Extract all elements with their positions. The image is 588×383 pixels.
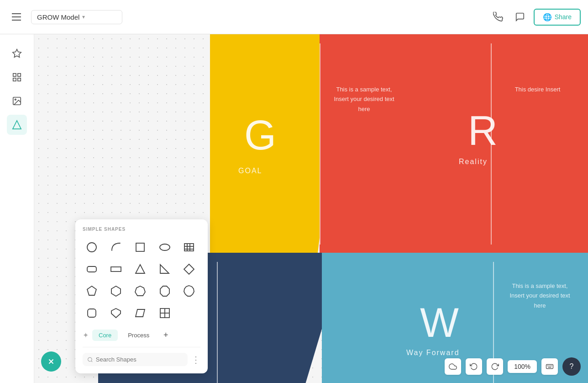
- shapes-search-area: ⋮: [83, 347, 200, 366]
- toolbar-grid[interactable]: [7, 67, 27, 87]
- svg-point-31: [88, 357, 92, 362]
- shape-arc[interactable]: [107, 238, 125, 256]
- help-button[interactable]: ?: [562, 357, 581, 376]
- share-button[interactable]: 🌐 Share: [534, 9, 581, 26]
- r-label: Reality: [459, 158, 488, 166]
- canvas[interactable]: G GOAL R Reality W Way Forward This is a…: [34, 34, 588, 383]
- svg-marker-27: [136, 309, 145, 317]
- svg-rect-4: [18, 78, 21, 81]
- share-label: Share: [555, 13, 572, 21]
- svg-marker-24: [184, 286, 194, 296]
- more-options-button[interactable]: ⋮: [191, 354, 200, 365]
- svg-marker-19: [184, 264, 194, 274]
- svg-marker-23: [160, 286, 169, 296]
- shape-shield[interactable]: [107, 304, 125, 322]
- svg-rect-35: [546, 365, 553, 369]
- search-input-wrap[interactable]: [83, 353, 188, 366]
- shape-pentagon[interactable]: [83, 282, 101, 300]
- sample-text-1[interactable]: This is a sample text, Insert your desir…: [331, 85, 397, 114]
- search-icon: [87, 356, 93, 363]
- shapes-grid: [83, 238, 200, 322]
- reality-quadrant: [320, 34, 588, 253]
- sample-text-4[interactable]: This is a sample text, Insert your desir…: [507, 281, 573, 310]
- zoom-level: 100%: [508, 360, 537, 373]
- sample-text-2[interactable]: This desire Insert: [504, 85, 571, 94]
- shape-square[interactable]: [131, 238, 149, 256]
- shapes-section-title: SIMPLE SHAPES: [83, 227, 200, 232]
- svg-point-7: [87, 243, 96, 252]
- svg-rect-16: [111, 267, 121, 271]
- r-letter: R: [468, 107, 498, 154]
- tab-add-button[interactable]: +: [159, 329, 172, 341]
- title-dropdown-icon: ▾: [82, 14, 85, 20]
- sparkle-icon: ✦: [83, 331, 89, 340]
- svg-line-32: [91, 361, 92, 362]
- menu-button[interactable]: [7, 8, 26, 26]
- shape-heptagon[interactable]: [131, 282, 149, 300]
- search-input[interactable]: [96, 356, 183, 363]
- w-letter: W: [420, 299, 459, 346]
- svg-point-9: [160, 244, 170, 250]
- globe-icon: 🌐: [543, 13, 552, 21]
- shape-octagon[interactable]: [156, 282, 174, 300]
- shape-diamond[interactable]: [180, 260, 198, 278]
- shape-ellipse[interactable]: [156, 238, 174, 256]
- w-label: Way Forward: [406, 349, 460, 357]
- svg-rect-8: [136, 243, 144, 251]
- cloud-save-icon[interactable]: [445, 358, 461, 375]
- svg-marker-17: [136, 265, 145, 273]
- svg-rect-15: [87, 266, 96, 272]
- header: GROW Model ▾ 🌐 Share: [0, 0, 588, 34]
- svg-marker-0: [13, 49, 21, 57]
- shape-rounded-rect[interactable]: [83, 260, 101, 278]
- document-title-area[interactable]: GROW Model ▾: [31, 10, 122, 24]
- tab-core[interactable]: Core: [92, 330, 118, 341]
- divider-line-1: [320, 43, 320, 245]
- g-label: GOAL: [238, 167, 262, 175]
- svg-rect-3: [13, 78, 16, 81]
- toolbar-star[interactable]: [7, 43, 27, 64]
- help-label: ?: [570, 362, 574, 371]
- bottom-toolbar: 100% ?: [445, 357, 581, 376]
- keyboard-shortcuts-icon[interactable]: [541, 358, 558, 375]
- svg-marker-21: [111, 286, 121, 296]
- shape-rounded-square[interactable]: [83, 304, 101, 322]
- shape-right-triangle[interactable]: [156, 260, 174, 278]
- shape-decagon[interactable]: [180, 282, 198, 300]
- toolbar-shapes[interactable]: [7, 115, 27, 135]
- svg-marker-18: [160, 265, 169, 273]
- shapes-tabs: ✦ Core Process +: [83, 329, 200, 341]
- shapes-panel: SIMPLE SHAPES: [75, 219, 208, 373]
- shape-grid[interactable]: [156, 304, 174, 322]
- shape-wide-rect[interactable]: [107, 260, 125, 278]
- svg-rect-1: [13, 74, 16, 76]
- shape-hexagon[interactable]: [107, 282, 125, 300]
- svg-marker-22: [135, 286, 145, 296]
- phone-icon[interactable]: [490, 9, 506, 25]
- shape-parallelogram[interactable]: [131, 304, 149, 322]
- shape-table[interactable]: [180, 238, 198, 256]
- svg-marker-26: [111, 309, 121, 318]
- undo-button[interactable]: [466, 358, 482, 375]
- svg-rect-25: [88, 309, 96, 317]
- toolbar-image[interactable]: [7, 91, 27, 111]
- tab-process[interactable]: Process: [121, 330, 156, 341]
- shape-circle[interactable]: [83, 238, 101, 256]
- svg-marker-20: [87, 286, 96, 295]
- svg-point-6: [15, 99, 16, 100]
- divider-line-3: [217, 262, 218, 383]
- close-button[interactable]: [41, 351, 61, 372]
- left-toolbar: [0, 34, 34, 383]
- redo-button[interactable]: [487, 358, 503, 375]
- chat-icon[interactable]: [512, 9, 528, 25]
- document-title: GROW Model: [37, 13, 79, 21]
- svg-rect-2: [18, 74, 21, 76]
- svg-rect-10: [184, 244, 194, 251]
- g-letter: G: [244, 112, 276, 159]
- shape-triangle[interactable]: [131, 260, 149, 278]
